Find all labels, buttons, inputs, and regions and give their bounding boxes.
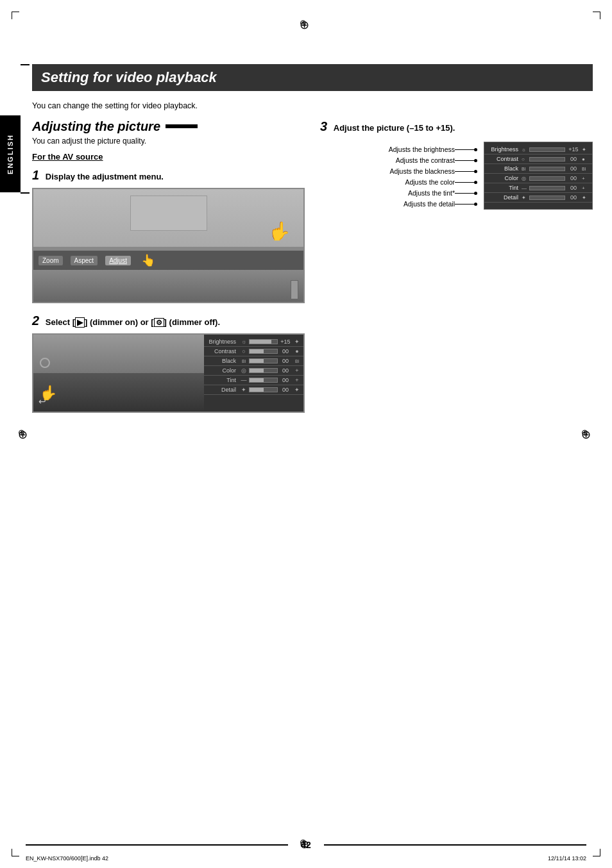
adj-icon-r-black: Bl [293, 359, 301, 363]
diag-icon-r-brightness: ✦ [582, 147, 590, 153]
page-number: 42 [288, 840, 324, 850]
diag-label-tint: Tint [487, 185, 520, 191]
diag-icon-r-color: + [582, 176, 590, 181]
adj-fill-tint [250, 378, 264, 382]
ann-line-contrast: Adjusts the contrast [320, 155, 479, 165]
diag-row-color: Color ◎ 00 + [484, 174, 592, 183]
left-rule-bottom [21, 192, 30, 194]
diag-icon-r-detail: ✦ [582, 195, 590, 201]
language-sidebar: ENGLISH [0, 115, 21, 192]
adj-label-color: Color [207, 367, 239, 374]
ann-dash-contrast [455, 160, 474, 161]
subsection-title: For the AV source [32, 152, 305, 162]
ann-dot-brightness [474, 148, 477, 151]
diag-icon-l-color: ◎ [522, 176, 528, 181]
step-2-number: 2 [32, 313, 39, 328]
adj-bar-detail [249, 387, 278, 392]
file-name: EN_KW-NSX700/600[E].indb 42 [26, 855, 108, 862]
screen2-background: ↩ 👆 [33, 335, 204, 412]
adj-value-black: 00 [279, 358, 292, 364]
diag-bar-brightness [529, 147, 565, 152]
adj-bar-color [249, 368, 278, 373]
diag-icon-l-black: Bl [522, 167, 528, 171]
diag-icon-l-detail: ✦ [522, 195, 528, 201]
ann-line-color: Adjusts the color [320, 177, 479, 187]
left-rule-top [21, 64, 30, 65]
adj-icon-r-detail: ✦ [293, 387, 301, 393]
diag-row-black: Black Bl 00 Bl [484, 164, 592, 174]
adj-fill-detail [250, 388, 264, 392]
ann-text-detail: Adjusts the detail [404, 200, 455, 208]
tab-adjust[interactable]: Adjust [105, 256, 131, 265]
ann-dot-contrast [474, 159, 477, 162]
adj-icon-l-detail: ✦ [240, 387, 248, 393]
diag-label-black: Black [487, 165, 520, 172]
screen-tabs-bar: Zoom Aspect Adjust 👆 [33, 251, 303, 270]
touch-hand-1: 👆 [268, 221, 291, 242]
adjustment-panel-2: Brightness ☼ +15 ✦ Contrast ○ 00 ● [204, 335, 303, 412]
diag-icon-l-brightness: ☼ [522, 147, 528, 153]
adj-fill-black [250, 359, 264, 363]
ann-dash-brightness [455, 149, 474, 150]
diag-label-detail: Detail [487, 194, 520, 201]
step-3-header: 3 Adjust the picture (–15 to +15). [320, 119, 593, 134]
diag-bar-contrast [529, 157, 565, 162]
corner-mark-tr [593, 12, 600, 19]
screen-bg-image [33, 270, 303, 302]
diag-icon-l-contrast: ○ [522, 156, 528, 162]
diag-label-contrast: Contrast [487, 156, 520, 162]
diag-icon-r-contrast: ● [582, 156, 590, 162]
tab-zoom[interactable]: Zoom [38, 256, 63, 265]
step-1-number: 1 [32, 168, 39, 182]
adj-bar-contrast [249, 349, 278, 354]
adj-icon-r-color: + [293, 367, 301, 374]
diag-bar-black [529, 167, 565, 171]
ann-dash-detail [455, 204, 474, 204]
adj-row-tint: Tint — 00 + [204, 376, 303, 385]
title-bar: Setting for video playback [32, 64, 593, 91]
diag-val-contrast: 00 [566, 156, 581, 162]
adj-row-color: Color ◎ 00 + [204, 366, 303, 376]
left-column: Adjusting the picture You can adjust the… [32, 119, 305, 423]
adj-label-black: Black [207, 358, 239, 364]
main-content: Setting for video playback You can chang… [32, 64, 593, 830]
video-preview-box [130, 196, 207, 231]
ann-line-brightness: Adjusts the brightness [320, 144, 479, 154]
footer-line-right [324, 844, 586, 846]
touch-hand-2: 👆 [40, 385, 57, 401]
ann-dash-color [455, 182, 474, 183]
scroll-indicator [291, 280, 298, 299]
adj-row-brightness: Brightness ☼ +15 ✦ [204, 337, 303, 347]
ann-line-tint: Adjusts the tint* [320, 188, 479, 198]
diag-row-tint: Tint — 00 + [484, 183, 592, 193]
screen-mockup-2: ↩ 👆 Brightness ☼ +15 ✦ Contrast [32, 333, 305, 413]
ann-text-contrast: Adjusts the contrast [396, 156, 455, 164]
ann-dash-blackness [455, 171, 474, 172]
adj-icon-l-contrast: ○ [240, 348, 248, 355]
ann-line-blackness: Adjusts the blackness [320, 166, 479, 176]
adj-value-color: 00 [279, 367, 292, 374]
moon-shape [40, 358, 50, 368]
footer-line-left [26, 844, 288, 846]
adj-row-black: Black Bl 00 Bl [204, 356, 303, 366]
adj-icon-r-tint: + [293, 377, 301, 383]
ann-text-color: Adjusts the color [405, 178, 455, 186]
tab-aspect[interactable]: Aspect [71, 256, 98, 265]
ann-text-blackness: Adjusts the blackness [389, 167, 455, 175]
adj-value-tint: 00 [279, 377, 292, 383]
diagram-panel: Brightness ☼ +15 ✦ Contrast ○ 00 ● [484, 142, 593, 210]
ground-area [33, 373, 204, 412]
page-title: Setting for video playback [41, 69, 584, 86]
ann-dash-tint [455, 193, 474, 194]
adj-fill-brightness [250, 340, 271, 344]
adj-value-brightness: +15 [279, 338, 292, 345]
step-1-text: Display the adjustment menu. [46, 172, 164, 181]
adj-icon-r-brightness: ✦ [293, 338, 301, 345]
right-column: 3 Adjust the picture (–15 to +15). Adjus… [320, 119, 593, 423]
diag-row-brightness: Brightness ☼ +15 ✦ [484, 145, 592, 154]
heading-bar [166, 124, 198, 128]
diag-val-detail: 00 [566, 194, 581, 201]
adj-icon-l-color: ◎ [240, 367, 248, 374]
diag-icon-r-black: Bl [582, 167, 590, 171]
step-2: 2 Select [▶] (dimmer on) or [⚙] (dimmer … [32, 313, 305, 413]
